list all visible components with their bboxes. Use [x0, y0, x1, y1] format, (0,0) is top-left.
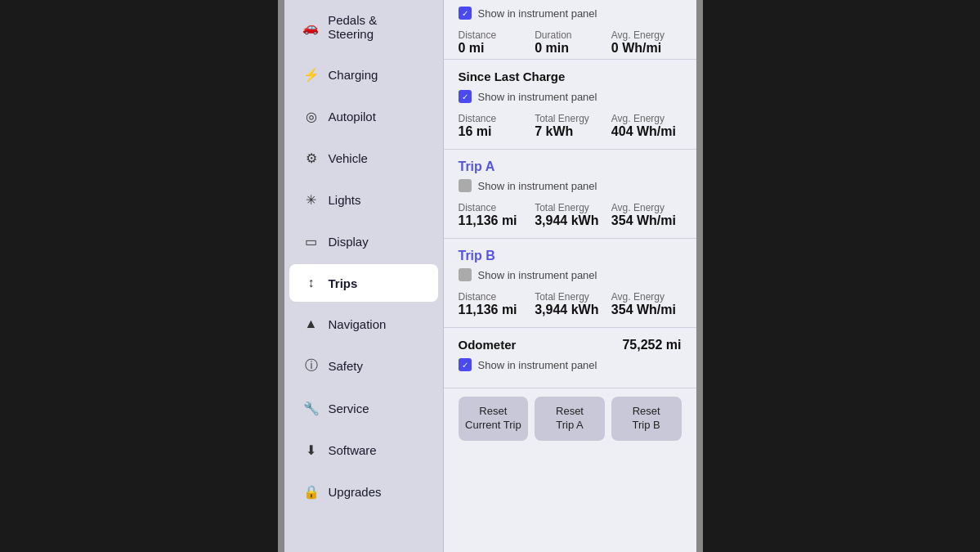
trip-b-total-energy-col: Total Energy 3,944 kWh — [535, 288, 605, 317]
charging-icon: ⚡ — [302, 67, 320, 83]
trip-b-distance-value: 11,136 mi — [459, 303, 529, 317]
safety-icon: ⓘ — [302, 357, 320, 375]
trip-b-total-energy-label: Total Energy — [535, 291, 605, 303]
sidebar-item-label: Trips — [329, 276, 358, 290]
trip-a-show-label: Show in instrument panel — [478, 180, 597, 192]
since-last-charge-checkbox[interactable]: ✓ — [459, 90, 472, 103]
since-last-charge-show-row[interactable]: ✓ Show in instrument panel — [459, 90, 682, 103]
trip-a-title: Trip A — [459, 159, 682, 174]
trip-b-checkbox[interactable] — [459, 268, 472, 281]
upgrades-icon: 🔒 — [302, 484, 320, 500]
sidebar-item-label: Autopilot — [329, 110, 376, 123]
sidebar-item-label: Lights — [329, 193, 361, 207]
sidebar-item-label: Charging — [329, 68, 378, 82]
trip-a-total-energy-label: Total Energy — [535, 202, 605, 213]
slc-avgenergy-col: Avg. Energy 404 Wh/mi — [611, 110, 682, 139]
reset-trip-a-label: ResetTrip A — [556, 405, 584, 431]
vehicle-icon: ⚙ — [302, 150, 320, 166]
slc-total-energy-col: Total Energy 7 kWh — [535, 110, 605, 139]
trip-b-distance-col: Distance 11,136 mi — [459, 288, 529, 317]
reset-current-trip-button[interactable]: ResetCurrent Trip — [459, 397, 529, 441]
odometer-show-label: Show in instrument panel — [478, 359, 597, 371]
odometer-label: Odometer — [459, 338, 517, 352]
trip-a-avgenergy-value: 354 Wh/mi — [611, 213, 682, 228]
reset-trip-a-button[interactable]: ResetTrip A — [535, 397, 605, 441]
current-trip-panel-toggle: ✓ Show in instrument panel Distance 0 mi… — [444, 0, 696, 60]
sidebar-item-label: Upgrades — [329, 485, 382, 499]
sidebar: 🚗 Pedals & Steering ⚡ Charging ◎ Autopil… — [284, 0, 444, 552]
software-icon: ⬇ — [302, 442, 320, 458]
sidebar-item-label: Service — [329, 402, 369, 415]
slc-total-energy-value: 7 kWh — [535, 124, 605, 139]
sidebar-item-trips[interactable]: ↕ Trips — [289, 264, 438, 302]
trip-b-avgenergy-col: Avg. Energy 354 Wh/mi — [611, 288, 682, 317]
reset-current-label: ResetCurrent Trip — [465, 405, 521, 431]
sidebar-item-vehicle[interactable]: ⚙ Vehicle — [289, 139, 438, 177]
current-trip-distance-col: Distance 0 mi — [459, 26, 529, 56]
slc-avgenergy-value: 404 Wh/mi — [611, 124, 682, 139]
sidebar-item-label: Navigation — [329, 317, 387, 331]
trip-a-stats: Distance 11,136 mi Total Energy 3,944 kW… — [459, 199, 682, 228]
trip-a-avgenergy-col: Avg. Energy 354 Wh/mi — [611, 199, 682, 228]
current-trip-show-row[interactable]: ✓ Show in instrument panel — [459, 7, 682, 20]
since-last-charge-section: Since Last Charge ✓ Show in instrument p… — [444, 60, 696, 150]
service-icon: 🔧 — [302, 401, 320, 416]
trip-b-total-energy-value: 3,944 kWh — [535, 303, 605, 317]
sidebar-item-safety[interactable]: ⓘ Safety — [289, 346, 438, 386]
sidebar-item-label: Safety — [329, 359, 364, 373]
since-last-charge-show-label: Show in instrument panel — [478, 91, 597, 103]
sidebar-item-lights[interactable]: ✳ Lights — [289, 181, 438, 219]
trip-a-avgenergy-label: Avg. Energy — [611, 202, 682, 213]
current-trip-duration-value: 0 min — [535, 41, 605, 56]
trip-b-section: Trip B Show in instrument panel Distance… — [444, 239, 696, 328]
current-trip-checkbox[interactable]: ✓ — [459, 7, 472, 20]
display-icon: ▭ — [302, 234, 320, 249]
navigation-icon: ▲ — [302, 316, 320, 331]
trip-a-show-row[interactable]: Show in instrument panel — [459, 179, 682, 192]
trip-a-distance-value: 11,136 mi — [459, 213, 529, 228]
slc-total-energy-label: Total Energy — [535, 113, 605, 124]
odometer-checkbox[interactable]: ✓ — [459, 358, 472, 371]
current-trip-distance-value: 0 mi — [459, 41, 529, 56]
sidebar-item-navigation[interactable]: ▲ Navigation — [289, 305, 438, 343]
current-trip-duration-col: Duration 0 min — [535, 26, 605, 56]
odometer-show-row[interactable]: ✓ Show in instrument panel — [459, 358, 682, 371]
trip-a-checkbox[interactable] — [459, 179, 472, 192]
trip-a-distance-label: Distance — [459, 202, 529, 213]
trip-a-section: Trip A Show in instrument panel Distance… — [444, 150, 696, 239]
odometer-value: 75,252 mi — [622, 338, 681, 352]
trip-a-total-energy-col: Total Energy 3,944 kWh — [535, 199, 605, 228]
current-trip-avgenergy-label: Avg. Energy — [611, 29, 682, 41]
sidebar-item-service[interactable]: 🔧 Service — [289, 389, 438, 428]
reset-trip-b-label: ResetTrip B — [633, 405, 660, 431]
trip-b-distance-label: Distance — [459, 291, 529, 303]
slc-avgenergy-label: Avg. Energy — [611, 113, 682, 124]
trip-b-stats: Distance 11,136 mi Total Energy 3,944 kW… — [459, 288, 682, 317]
slc-distance-label: Distance — [459, 113, 529, 124]
trip-b-show-row[interactable]: Show in instrument panel — [459, 268, 682, 281]
sidebar-item-label: Vehicle — [329, 151, 368, 165]
sidebar-item-charging[interactable]: ⚡ Charging — [289, 56, 438, 94]
reset-buttons-row: ResetCurrent Trip ResetTrip A ResetTrip … — [444, 397, 696, 441]
sidebar-item-software[interactable]: ⬇ Software — [289, 431, 438, 469]
trip-b-title: Trip B — [459, 249, 682, 263]
sidebar-item-label: Display — [329, 235, 369, 249]
reset-trip-b-button[interactable]: ResetTrip B — [611, 397, 682, 441]
trip-b-avgenergy-label: Avg. Energy — [611, 291, 682, 303]
trip-a-distance-col: Distance 11,136 mi — [459, 199, 529, 228]
slc-distance-value: 16 mi — [459, 124, 529, 139]
screen: 🚗 Pedals & Steering ⚡ Charging ◎ Autopil… — [278, 0, 703, 552]
current-trip-duration-label: Duration — [535, 29, 605, 41]
sidebar-item-pedals[interactable]: 🚗 Pedals & Steering — [289, 2, 438, 52]
current-trip-stats: Distance 0 mi Duration 0 min Avg. Energy… — [459, 26, 682, 56]
since-last-charge-title: Since Last Charge — [459, 70, 682, 83]
trip-a-total-energy-value: 3,944 kWh — [535, 213, 605, 228]
trip-b-avgenergy-value: 354 Wh/mi — [611, 303, 682, 317]
sidebar-item-upgrades[interactable]: 🔒 Upgrades — [289, 473, 438, 511]
sidebar-item-display[interactable]: ▭ Display — [289, 222, 438, 261]
current-trip-avgenergy-col: Avg. Energy 0 Wh/mi — [611, 26, 682, 56]
sidebar-item-label: Pedals & Steering — [328, 13, 424, 41]
odometer-section: Odometer 75,252 mi ✓ Show in instrument … — [444, 328, 696, 388]
sidebar-item-autopilot[interactable]: ◎ Autopilot — [289, 97, 438, 136]
autopilot-icon: ◎ — [302, 109, 320, 124]
